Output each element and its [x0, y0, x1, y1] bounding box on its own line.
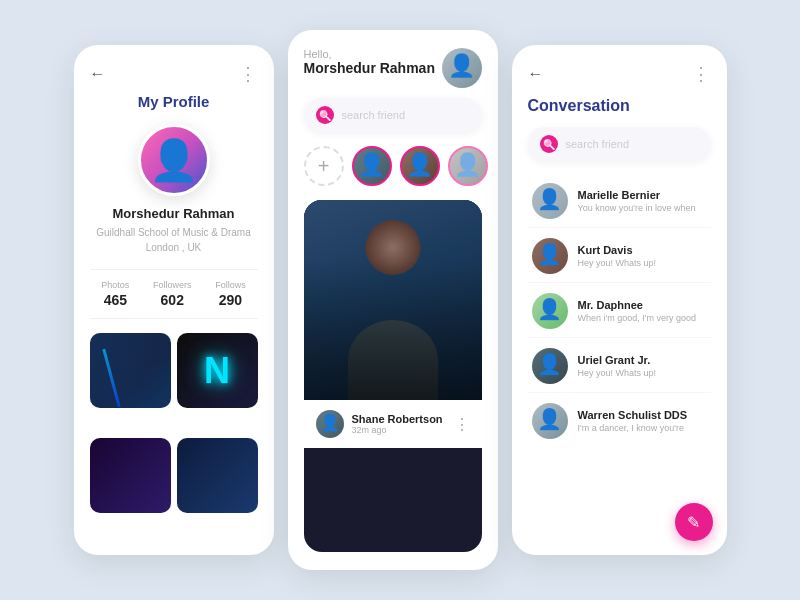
search-icon: [316, 106, 334, 124]
dots-menu-icon[interactable]: ⋮: [239, 63, 258, 85]
stat-followers: Followers 602: [153, 280, 192, 308]
stat-follows: Follows 290: [215, 280, 246, 308]
stat-follows-value: 290: [215, 292, 246, 308]
profile-title: My Profile: [90, 93, 258, 110]
conv-text-1: Kurt Davis Hey you! Whats up!: [578, 244, 707, 268]
conv-item-0[interactable]: Marielle Bernier You know you're in love…: [528, 175, 711, 228]
conversation-card: ← ⋮ Conversation search friend Marielle …: [512, 45, 727, 555]
post-overlay: [304, 200, 482, 400]
story-row: +: [304, 146, 482, 186]
profile-school: Guildhall School of Music & Drama London…: [90, 225, 258, 255]
add-story-button[interactable]: +: [304, 146, 344, 186]
greeting-username: Morshedur Rahman: [304, 60, 435, 76]
conv-item-3[interactable]: Uriel Grant Jr. Hey you! Whats up!: [528, 340, 711, 393]
conv-name-1: Kurt Davis: [578, 244, 707, 256]
conv-avatar-3: [532, 348, 568, 384]
post-image: [304, 200, 482, 400]
conv-search-bar[interactable]: search friend: [528, 127, 711, 161]
conv-name-2: Mr. Daphnee: [578, 299, 707, 311]
post-card: Shane Robertson 32m ago ⋮: [304, 200, 482, 552]
conv-msg-0: You know you're in love when: [578, 203, 707, 213]
photo-grid: N: [90, 333, 258, 537]
conv-item-4[interactable]: Warren Schulist DDS I'm a dancer, I know…: [528, 395, 711, 447]
profile-header: ← ⋮: [90, 63, 258, 85]
app-container: ← ⋮ My Profile Morshedur Rahman Guildhal…: [0, 0, 800, 600]
conv-msg-4: I'm a dancer, I know you're: [578, 423, 707, 433]
post-user-row: Shane Robertson 32m ago: [316, 410, 443, 438]
conv-item-1[interactable]: Kurt Davis Hey you! Whats up!: [528, 230, 711, 283]
conv-search-icon: [540, 135, 558, 153]
conv-avatar-4: [532, 403, 568, 439]
feed-search-placeholder: search friend: [342, 109, 406, 121]
stat-photos-value: 465: [101, 292, 129, 308]
lightning-icon: [102, 349, 120, 408]
post-user-info: Shane Robertson 32m ago: [352, 413, 443, 435]
conv-text-3: Uriel Grant Jr. Hey you! Whats up!: [578, 354, 707, 378]
stat-photos: Photos 465: [101, 280, 129, 308]
conv-msg-2: When i'm good, I'm very good: [578, 313, 707, 323]
conv-avatar-0: [532, 183, 568, 219]
feed-search-bar[interactable]: search friend: [304, 98, 482, 132]
conv-search-placeholder: search friend: [566, 138, 630, 150]
conversation-title: Conversation: [528, 97, 711, 115]
hello-label: Hello,: [304, 48, 435, 60]
story-avatar-2[interactable]: [400, 146, 440, 186]
conv-avatar-1: [532, 238, 568, 274]
conv-header: ← ⋮: [528, 63, 711, 85]
photo-2: N: [177, 333, 258, 408]
conv-name-3: Uriel Grant Jr.: [578, 354, 707, 366]
stat-follows-label: Follows: [215, 280, 246, 290]
stat-followers-label: Followers: [153, 280, 192, 290]
profile-name: Morshedur Rahman: [90, 206, 258, 221]
feed-card: Hello, Morshedur Rahman search friend +: [288, 30, 498, 570]
photo-4: [177, 438, 258, 513]
stats-row: Photos 465 Followers 602 Follows 290: [90, 269, 258, 319]
post-username: Shane Robertson: [352, 413, 443, 425]
profile-card: ← ⋮ My Profile Morshedur Rahman Guildhal…: [74, 45, 274, 555]
avatar: [138, 124, 210, 196]
stat-followers-value: 602: [153, 292, 192, 308]
post-user-avatar: [316, 410, 344, 438]
post-info: Shane Robertson 32m ago ⋮: [304, 400, 482, 448]
conv-back-arrow-icon[interactable]: ←: [528, 65, 544, 83]
conv-msg-1: Hey you! Whats up!: [578, 258, 707, 268]
conv-text-0: Marielle Bernier You know you're in love…: [578, 189, 707, 213]
story-avatar-3[interactable]: [448, 146, 488, 186]
conv-msg-3: Hey you! Whats up!: [578, 368, 707, 378]
story-avatar-1[interactable]: [352, 146, 392, 186]
greeting-row: Hello, Morshedur Rahman: [304, 48, 482, 88]
conv-avatar-2: [532, 293, 568, 329]
conv-dots-menu-icon[interactable]: ⋮: [692, 63, 711, 85]
photo-3: [90, 438, 171, 513]
fab-edit-button[interactable]: ✎: [675, 503, 713, 541]
conv-text-2: Mr. Daphnee When i'm good, I'm very good: [578, 299, 707, 323]
conv-text-4: Warren Schulist DDS I'm a dancer, I know…: [578, 409, 707, 433]
back-arrow-icon[interactable]: ←: [90, 65, 106, 83]
avatar-container: [90, 124, 258, 196]
stat-photos-label: Photos: [101, 280, 129, 290]
greeting-avatar: [442, 48, 482, 88]
post-more-icon[interactable]: ⋮: [454, 415, 470, 434]
post-time: 32m ago: [352, 425, 443, 435]
neon-n-icon: N: [204, 353, 230, 389]
conv-name-0: Marielle Bernier: [578, 189, 707, 201]
photo-1: [90, 333, 171, 408]
conv-item-2[interactable]: Mr. Daphnee When i'm good, I'm very good: [528, 285, 711, 338]
conversation-list: Marielle Bernier You know you're in love…: [528, 175, 711, 537]
greeting-text: Hello, Morshedur Rahman: [304, 48, 435, 76]
conv-name-4: Warren Schulist DDS: [578, 409, 707, 421]
